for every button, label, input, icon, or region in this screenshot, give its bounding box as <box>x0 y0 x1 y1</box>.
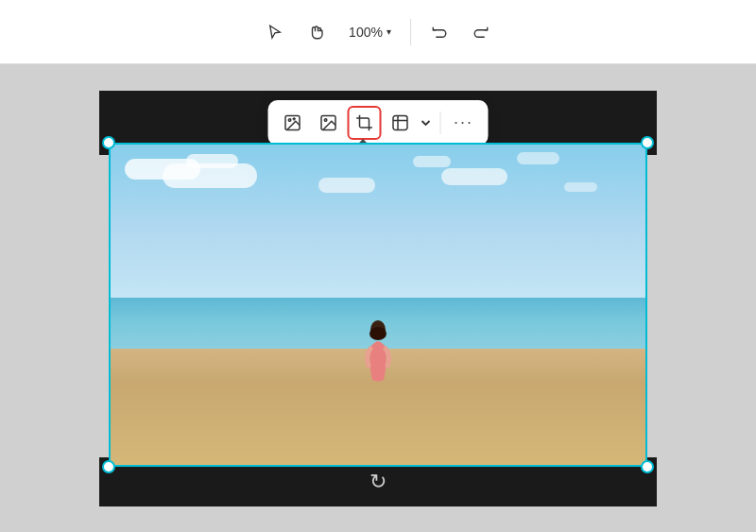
rotate-icon[interactable]: ↻ <box>369 470 387 494</box>
top-toolbar: 100% ▾ <box>0 0 756 64</box>
image-toolbar: Crop <box>268 100 489 146</box>
zoom-value: 100% <box>349 25 383 40</box>
select-tool-button[interactable] <box>258 15 292 49</box>
replace-image-button[interactable] <box>312 106 346 140</box>
add-image-button[interactable] <box>276 106 310 140</box>
svg-point-5 <box>324 118 327 120</box>
handle-top-left[interactable] <box>102 136 115 149</box>
undo-button[interactable] <box>422 15 456 49</box>
canvas-area: Crop <box>0 64 756 532</box>
more-options-button[interactable]: ··· <box>447 106 481 140</box>
mask-button[interactable] <box>384 106 418 140</box>
hand-tool-button[interactable] <box>300 15 334 49</box>
crop-button[interactable]: Crop <box>348 106 382 140</box>
person <box>359 318 397 394</box>
svg-point-1 <box>288 118 291 120</box>
handle-bottom-left[interactable] <box>102 460 115 473</box>
img-toolbar-separator <box>440 112 441 134</box>
svg-point-8 <box>369 327 387 340</box>
handle-top-right[interactable] <box>641 136 654 149</box>
beach-scene <box>111 145 645 465</box>
redo-button[interactable] <box>464 15 498 49</box>
zoom-chevron-icon: ▾ <box>387 26 391 37</box>
sky <box>111 145 645 311</box>
toolbar-separator <box>410 19 411 45</box>
svg-rect-6 <box>393 115 407 129</box>
mask-button-group <box>384 106 435 140</box>
beach-image <box>109 143 647 467</box>
slide-container: Crop <box>99 91 657 506</box>
mask-dropdown-button[interactable] <box>418 106 435 140</box>
handle-bottom-right[interactable] <box>641 460 654 473</box>
zoom-control[interactable]: 100% ▾ <box>341 21 399 43</box>
